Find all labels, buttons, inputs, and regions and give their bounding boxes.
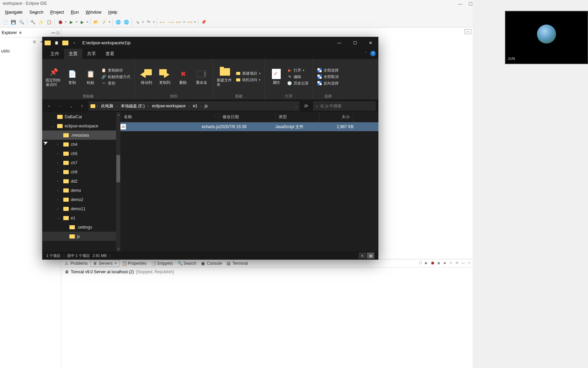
new-item-button[interactable]: 新建项目 ▾	[235, 71, 261, 76]
chevron-icon[interactable]: ›	[57, 161, 61, 165]
search-input[interactable]: ⌕ 在 js 中搜索	[313, 101, 376, 111]
tree-item-demo[interactable]: ›demo	[42, 186, 120, 195]
server-publish-icon[interactable]: ⇪	[448, 260, 454, 265]
tab-home[interactable]: 主页	[64, 49, 82, 59]
maximize-button[interactable]: ☐	[347, 37, 363, 49]
tree-item-dabaicai[interactable]: DaBaiCai	[42, 112, 120, 121]
edit-button[interactable]: ✎编辑	[287, 74, 309, 80]
close-icon[interactable]: ×	[114, 261, 117, 266]
breadcrumb[interactable]: › 此电脑 › 本地磁盘 (E:) › eclipse-workspace › …	[88, 101, 299, 111]
up-button[interactable]: ↑	[78, 102, 86, 110]
save-icon[interactable]: 💾	[10, 19, 17, 26]
back-button[interactable]: ←	[45, 102, 54, 110]
tree-item-ch5[interactable]: ›ch5	[42, 149, 120, 158]
help-icon[interactable]: ?	[370, 51, 376, 56]
recent-dropdown-icon[interactable]: ⌄	[67, 102, 76, 110]
column-size[interactable]: 大小	[320, 112, 354, 122]
select-none-button[interactable]: 全部取消	[316, 74, 339, 80]
copy-path-button[interactable]: 📋复制路径	[101, 67, 131, 73]
qat-new-folder-icon[interactable]	[61, 39, 69, 47]
crumb-workspace[interactable]: eclipse-workspace	[151, 104, 187, 108]
pin-to-quick-access-button[interactable]: 📌 固定到快速访问	[46, 66, 62, 87]
tab-console[interactable]: ▣Console	[199, 260, 224, 266]
ribbon-collapse-icon[interactable]: ˆ	[365, 51, 367, 56]
tree-item-e1[interactable]: ⌄e1	[42, 213, 120, 223]
tab-terminal[interactable]: ▤Terminal	[225, 260, 250, 266]
copy-button[interactable]: 📄 复制	[64, 68, 80, 85]
tree-item-settings[interactable]: .settings	[42, 223, 120, 232]
crumb-pc[interactable]: 此电脑	[100, 103, 115, 109]
breadcrumb-dropdown-icon[interactable]: ⌄	[295, 104, 297, 108]
open-button[interactable]: ▶打开 ▾	[287, 67, 309, 73]
forward-icon[interactable]: ⟹	[186, 19, 193, 26]
menu-search[interactable]: Search	[26, 9, 47, 17]
chevron-icon[interactable]: ›	[57, 152, 61, 155]
chevron-icon[interactable]: ⌄	[57, 216, 61, 220]
rename-button[interactable]: 重命名	[193, 68, 210, 85]
tree-item-ch4[interactable]: ›ch4	[42, 140, 120, 149]
tree-item-eclipseworkspace[interactable]: ⌄eclipse-workspace	[42, 121, 120, 131]
chevron-right-icon[interactable]: ›	[187, 104, 191, 108]
tab-view[interactable]: 查看	[101, 49, 119, 59]
history-button[interactable]: 🕓历史记录	[287, 80, 309, 86]
minimize-button[interactable]: —	[331, 37, 347, 49]
zoom-icon[interactable]: 🔍	[18, 19, 25, 26]
folder-tree[interactable]: ▴ ▾ DaBaiCai⌄eclipse-workspace.metadata›…	[42, 112, 120, 251]
editor-minimize-icon[interactable]: —	[464, 29, 471, 34]
explorer-tab-label[interactable]: Explorer	[2, 30, 17, 35]
scroll-up-icon[interactable]: ▴	[118, 113, 119, 116]
server-stop-icon[interactable]: ■	[442, 260, 447, 265]
titlebar[interactable]: 📋 ▾ E:\eclipse-workspace\e1\js — ☐ ✕	[42, 37, 378, 49]
invert-selection-button[interactable]: 反向选择	[316, 80, 339, 86]
copy-to-button[interactable]: 复制到	[157, 68, 173, 85]
menu-window[interactable]: Window	[82, 9, 105, 17]
chevron-right-icon[interactable]: ›	[96, 104, 99, 108]
new-wizard-icon[interactable]: ✨	[37, 19, 44, 26]
chevron-icon[interactable]: ›	[57, 207, 61, 211]
minimize-button[interactable]: —	[458, 1, 462, 6]
select-all-button[interactable]: 全部选择	[316, 67, 339, 73]
tab-file[interactable]: 文件	[46, 49, 64, 59]
chevron-right-icon[interactable]: ›	[147, 104, 150, 108]
file-row[interactable]: JSecharts.js 2020/7/9 15:39 JavaScript 文…	[120, 122, 378, 131]
web-icon[interactable]: 🌐	[115, 19, 121, 26]
qat-properties-icon[interactable]: 📋	[52, 39, 61, 47]
qat-folder-icon[interactable]	[44, 39, 52, 47]
tree-item-metadata[interactable]: .metadata	[42, 131, 120, 140]
properties-button[interactable]: 属性	[268, 68, 284, 85]
view-details-icon[interactable]: ≡	[359, 252, 366, 259]
scrollbar-thumb[interactable]	[116, 155, 120, 182]
debug-icon[interactable]: 🐞	[57, 19, 64, 26]
menu-navigate[interactable]: Navigate	[2, 9, 26, 17]
open-folder-icon[interactable]: 📂	[93, 19, 99, 26]
crumb-e1[interactable]: e1	[192, 104, 199, 108]
server-debug-icon[interactable]: 🐞	[430, 260, 435, 265]
chevron-icon[interactable]: ›	[57, 198, 61, 201]
chevron-right-icon[interactable]: ›	[115, 104, 118, 108]
tab-search[interactable]: 🔍Search	[176, 260, 198, 266]
column-name[interactable]: 名称ˆ	[120, 112, 219, 122]
maximize-view-icon[interactable]: □	[57, 30, 59, 35]
chevron-icon[interactable]: ⌄	[51, 124, 55, 128]
menu-project[interactable]: Project	[47, 9, 67, 17]
delete-button[interactable]: ✖ 删除	[175, 68, 191, 85]
collapse-all-icon[interactable]: ⊟	[31, 39, 37, 44]
server-clean-icon[interactable]: ⟳	[454, 260, 460, 265]
column-type[interactable]: 类型	[275, 112, 320, 122]
step-icon[interactable]: ↘	[134, 19, 141, 26]
chevron-icon[interactable]: ›	[57, 142, 61, 146]
tree-item-dd2[interactable]: ›dd2	[42, 177, 120, 186]
paste-button[interactable]: 📋 粘贴	[82, 68, 99, 85]
close-button[interactable]: ✕	[363, 37, 378, 49]
maximize-button[interactable]: ☐	[469, 1, 473, 6]
tab-problems[interactable]: ⚠Problems	[63, 260, 90, 266]
new-folder-button[interactable]: 新建文件夹	[217, 66, 233, 87]
qat-dropdown-icon[interactable]: ▾	[70, 39, 78, 47]
run-icon[interactable]: ▶	[68, 19, 75, 26]
forward-button[interactable]: →	[56, 102, 65, 110]
minimize-view-icon[interactable]: —	[51, 30, 55, 35]
server-new-icon[interactable]: ☐	[418, 260, 423, 265]
prev-edit-icon[interactable]: ⟵	[159, 19, 166, 26]
tree-item-js[interactable]: js	[42, 232, 120, 241]
panel-maximize-icon[interactable]: □	[467, 260, 472, 265]
